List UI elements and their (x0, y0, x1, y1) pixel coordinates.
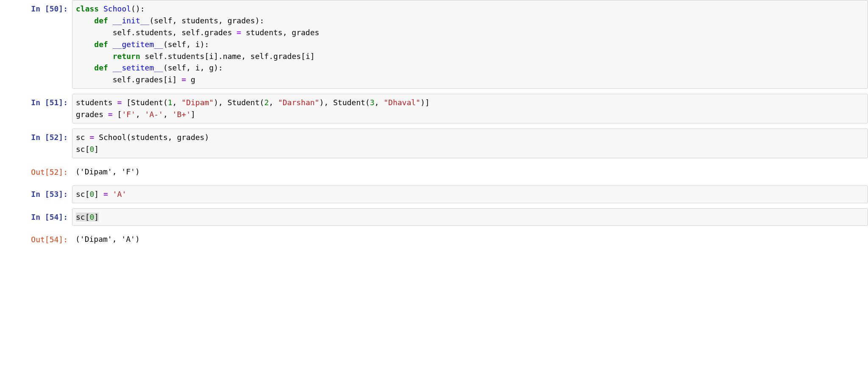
output-prompt: Out[54]: (0, 231, 72, 246)
output-cell: Out[54]:('Dipam', 'A') (0, 231, 868, 248)
output-text: ('Dipam', 'A') (72, 231, 868, 248)
input-prompt: In [53]: (0, 185, 72, 200)
input-cell: In [52]:sc = School(students, grades) sc… (0, 129, 868, 158)
output-prompt: Out[52]: (0, 163, 72, 178)
input-cell: In [53]:sc[0] = 'A' (0, 185, 868, 203)
input-prompt: In [50]: (0, 0, 72, 15)
output-cell: Out[52]:('Dipam', 'F') (0, 163, 868, 180)
output-text: ('Dipam', 'F') (72, 163, 868, 180)
input-prompt: In [54]: (0, 208, 72, 223)
input-cell: In [50]:class School(): def __init__(sel… (0, 0, 868, 89)
input-cell: In [51]:students = [Student(1, "Dipam"),… (0, 94, 868, 123)
code-input[interactable]: sc[0] (72, 208, 868, 226)
notebook-container: In [50]:class School(): def __init__(sel… (0, 0, 868, 248)
code-input[interactable]: sc[0] = 'A' (72, 185, 868, 203)
input-cell: In [54]:sc[0] (0, 208, 868, 226)
input-prompt: In [51]: (0, 94, 72, 109)
code-input[interactable]: sc = School(students, grades) sc[0] (72, 129, 868, 158)
input-prompt: In [52]: (0, 129, 72, 143)
code-input[interactable]: class School(): def __init__(self, stude… (72, 0, 868, 89)
code-input[interactable]: students = [Student(1, "Dipam"), Student… (72, 94, 868, 123)
